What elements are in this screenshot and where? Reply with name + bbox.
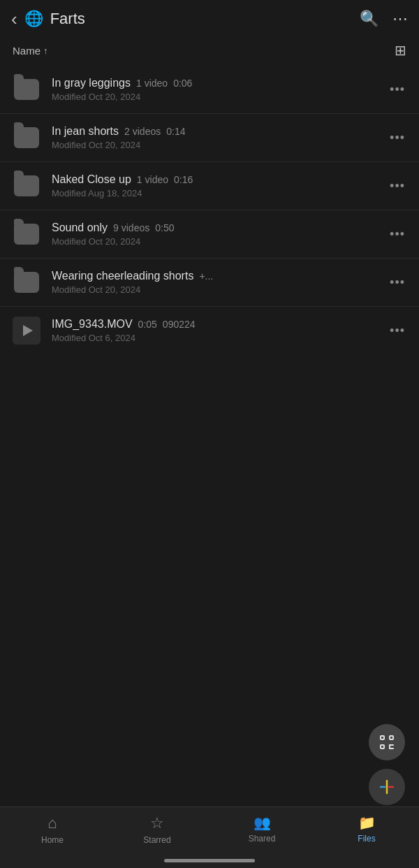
- file-info: In jean shorts 2 videos 0:14 Modified Oc…: [52, 125, 387, 150]
- item-more-button[interactable]: •••: [387, 78, 408, 101]
- header-actions: 🔍 ⋯: [360, 10, 408, 28]
- file-video-count: 9 videos: [113, 222, 149, 233]
- file-date: Modified Oct 20, 2024: [52, 236, 387, 247]
- file-list: In gray leggings 1 video 0:06 Modified O…: [0, 66, 419, 354]
- file-video-count: 0:05: [138, 319, 157, 330]
- file-date: Modified Oct 20, 2024: [52, 92, 387, 102]
- item-more-button[interactable]: •••: [387, 319, 408, 342]
- list-item[interactable]: Naked Close up 1 video 0:16 Modified Aug…: [0, 162, 419, 210]
- file-duration: 0:16: [174, 174, 193, 185]
- folder-icon: [11, 122, 42, 153]
- back-button[interactable]: ‹: [11, 10, 17, 28]
- svg-rect-0: [381, 736, 384, 739]
- file-date: Modified Oct 20, 2024: [52, 284, 387, 295]
- fab-container: [369, 724, 405, 805]
- file-info: Naked Close up 1 video 0:16 Modified Aug…: [52, 173, 387, 198]
- header: ‹ 🌐 Farts 🔍 ⋯: [0, 0, 419, 38]
- starred-icon: ☆: [150, 814, 164, 832]
- nav-label-files: Files: [358, 834, 375, 844]
- home-indicator: [164, 859, 255, 862]
- nav-label-shared: Shared: [249, 834, 276, 844]
- shared-icon: 👥: [253, 814, 271, 831]
- file-date: Modified Aug 18, 2024: [52, 188, 387, 198]
- item-more-button[interactable]: •••: [387, 223, 408, 246]
- file-name: IMG_9343.MOV: [52, 318, 133, 331]
- item-more-button[interactable]: •••: [387, 126, 408, 150]
- file-info: IMG_9343.MOV 0:05 090224 Modified Oct 6,…: [52, 318, 387, 343]
- nav-item-starred[interactable]: ☆ Starred: [105, 814, 210, 845]
- file-video-count: 1 video: [136, 78, 168, 89]
- file-video-count: 2 videos: [124, 126, 161, 137]
- item-more-button[interactable]: •••: [387, 271, 408, 294]
- list-item[interactable]: In jean shorts 2 videos 0:14 Modified Oc…: [0, 114, 419, 162]
- header-left: ‹ 🌐 Farts: [11, 10, 360, 28]
- file-name: In jean shorts: [52, 125, 119, 138]
- nav-item-files[interactable]: 📁 Files: [314, 814, 419, 844]
- search-button[interactable]: 🔍: [360, 10, 378, 28]
- folder-icon: [11, 219, 42, 249]
- nav-label-home: Home: [41, 835, 64, 845]
- sort-arrow-icon: ↑: [43, 45, 48, 56]
- nav-item-shared[interactable]: 👥 Shared: [210, 814, 314, 844]
- sort-name-label: Name: [13, 45, 41, 57]
- plus-icon: [378, 778, 396, 796]
- more-options-button[interactable]: ⋯: [392, 10, 408, 28]
- file-info: Wearing cheerleading shorts +... Modifie…: [52, 270, 387, 295]
- file-info: Sound only 9 videos 0:50 Modified Oct 20…: [52, 222, 387, 247]
- list-item[interactable]: Sound only 9 videos 0:50 Modified Oct 20…: [0, 210, 419, 259]
- file-name-row: Sound only 9 videos 0:50: [52, 222, 387, 234]
- page-title: Farts: [50, 10, 85, 28]
- file-name-row: IMG_9343.MOV 0:05 090224: [52, 318, 387, 331]
- file-name: Sound only: [52, 222, 108, 234]
- file-name-row: Naked Close up 1 video 0:16: [52, 173, 387, 186]
- file-name-row: Wearing cheerleading shorts +...: [52, 270, 387, 282]
- file-duration: 0:50: [155, 222, 174, 233]
- file-info: In gray leggings 1 video 0:06 Modified O…: [52, 77, 387, 102]
- add-fab-button[interactable]: [369, 769, 405, 805]
- list-item[interactable]: IMG_9343.MOV 0:05 090224 Modified Oct 6,…: [0, 307, 419, 354]
- file-name: Naked Close up: [52, 173, 131, 186]
- file-date: Modified Oct 20, 2024: [52, 140, 387, 150]
- file-video-count: +...: [199, 270, 213, 282]
- file-name: Wearing cheerleading shorts: [52, 270, 193, 282]
- folder-icon: [11, 74, 42, 105]
- file-name: In gray leggings: [52, 77, 131, 89]
- item-more-button[interactable]: •••: [387, 175, 408, 198]
- sort-bar: Name ↑ ⊞: [0, 38, 419, 66]
- video-thumbnail: [11, 315, 42, 346]
- files-icon: 📁: [358, 814, 376, 831]
- folder-icon: [11, 267, 42, 298]
- nav-item-home[interactable]: ⌂ Home: [0, 814, 105, 845]
- file-duration: 0:14: [166, 126, 185, 137]
- file-duration: 0:06: [173, 78, 192, 89]
- nav-label-starred: Starred: [143, 835, 170, 845]
- list-item[interactable]: Wearing cheerleading shorts +... Modifie…: [0, 259, 419, 307]
- file-duration: 090224: [163, 319, 196, 330]
- file-name-row: In jean shorts 2 videos 0:14: [52, 125, 387, 138]
- scan-fab-button[interactable]: [369, 724, 405, 760]
- grid-view-button[interactable]: ⊞: [395, 42, 406, 59]
- svg-rect-2: [381, 745, 384, 748]
- file-name-row: In gray leggings 1 video 0:06: [52, 77, 387, 89]
- home-icon: ⌂: [47, 814, 57, 832]
- scan-icon: [378, 734, 395, 751]
- file-date: Modified Oct 6, 2024: [52, 333, 387, 343]
- list-item[interactable]: In gray leggings 1 video 0:06 Modified O…: [0, 66, 419, 114]
- sort-label[interactable]: Name ↑: [13, 45, 48, 57]
- header-icon: 🌐: [24, 10, 43, 28]
- svg-rect-1: [390, 736, 393, 739]
- file-video-count: 1 video: [137, 174, 168, 185]
- folder-icon: [11, 171, 42, 201]
